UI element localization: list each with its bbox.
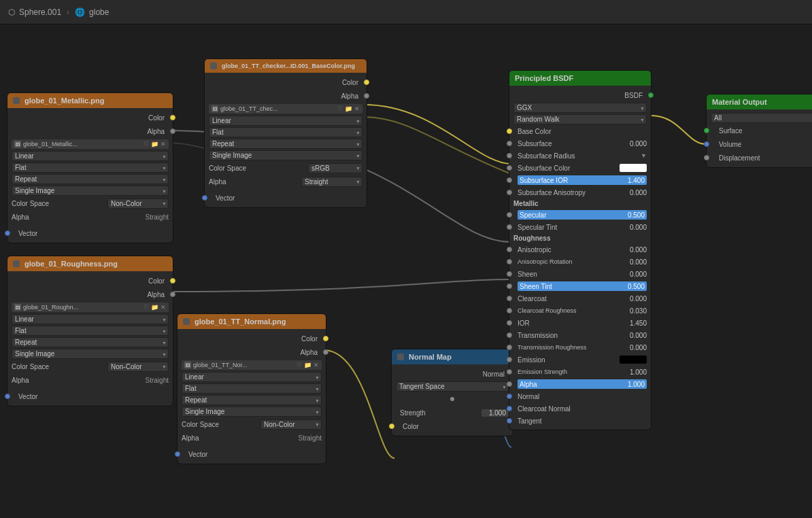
bsdf-ssior-bar[interactable]: Subsurface IOR 1.400 (518, 175, 647, 185)
normaltex-source-select[interactable]: Single Image (182, 407, 322, 417)
metallic-extension-select[interactable]: Repeat (12, 174, 169, 184)
img-heart-icon[interactable]: ♡ (143, 304, 149, 311)
normalmap-strength-val[interactable]: 1.000 (481, 409, 509, 417)
img-close-icon[interactable]: ✕ (314, 362, 319, 368)
normal-tex-header[interactable]: globe_01_TT_Normal.png (177, 314, 326, 329)
mat-output-surface-socket-in[interactable] (704, 128, 709, 133)
metallic-node-header[interactable]: globe_01_Metallic.png (7, 93, 173, 108)
collapse-btn[interactable] (397, 353, 404, 360)
img-folder-icon[interactable]: 📁 (345, 105, 352, 112)
mat-output-volume-socket-in[interactable] (704, 141, 709, 147)
bsdf-basecolor-socket-in[interactable] (507, 128, 512, 134)
bsdf-emission-swatch[interactable] (620, 356, 647, 364)
normal-map-header[interactable]: Normal Map (392, 349, 513, 364)
bsdf-speculartint-socket-in[interactable] (507, 224, 512, 230)
roughness-vector-socket-in[interactable] (5, 394, 10, 399)
bsdf-ssior-socket-in[interactable] (507, 177, 512, 183)
bsdf-clearcoat-socket-in[interactable] (507, 296, 512, 301)
bsdf-ssradius-socket-in[interactable] (507, 153, 512, 158)
img-heart-icon[interactable]: ♡ (143, 141, 149, 148)
bsdf-sheentint-bar[interactable]: Sheen Tint 0.500 (518, 281, 647, 291)
metallic-color-socket-out[interactable] (170, 115, 175, 120)
bsdf-ss-method-select[interactable]: Random Walk (513, 114, 647, 124)
roughness-node-header[interactable]: globe_01_Roughness.png (7, 256, 173, 271)
principled-bsdf-node: Principled BSDF BSDF GGX Random Walk Bas… (509, 70, 652, 430)
bsdf-alpha-socket-in[interactable] (507, 381, 512, 387)
basecol-projection-select[interactable]: Flat (209, 127, 362, 137)
bsdf-ior-socket-in[interactable] (507, 320, 512, 326)
basecol-alpha-select[interactable]: Straight (301, 177, 362, 187)
basecol-colorspace-select[interactable]: sRGB (308, 163, 362, 173)
img-heart-icon[interactable]: ♡ (297, 362, 302, 368)
bsdf-anisotropicrot-socket-in[interactable] (507, 259, 512, 264)
basecol-extension-select[interactable]: Repeat (209, 139, 362, 149)
metallic-projection-select[interactable]: Flat (12, 162, 169, 173)
collapse-btn[interactable] (13, 260, 20, 267)
mat-output-header[interactable]: Material Output (707, 94, 812, 109)
bsdf-emission-socket-in[interactable] (507, 357, 512, 362)
roughness-colorspace-select[interactable]: Non-Color (107, 362, 169, 372)
basecol-alpha-socket-out[interactable] (364, 93, 369, 99)
bsdf-transmissionrough-socket-in[interactable] (507, 345, 512, 350)
img-close-icon[interactable]: ✕ (354, 105, 360, 112)
collapse-btn[interactable] (183, 318, 190, 325)
img-close-icon[interactable]: ✕ (160, 141, 166, 148)
img-folder-icon[interactable]: 📁 (304, 362, 311, 368)
metallic-colorspace-select[interactable]: Non-Color (107, 198, 169, 209)
bsdf-transmission-socket-in[interactable] (507, 332, 512, 338)
roughness-projection-select[interactable]: Flat (12, 326, 169, 336)
basecol-interpolation-select[interactable]: Linear (209, 116, 362, 126)
roughness-color-socket-out[interactable] (170, 278, 175, 283)
basecol-node-header[interactable]: globe_01_TT_checker...ID.001_BaseColor.p… (205, 59, 367, 73)
metallic-alpha-socket-out[interactable] (170, 128, 175, 134)
normaltex-color-socket-out[interactable] (323, 336, 328, 341)
bsdf-clearcoatrough-socket-in[interactable] (507, 308, 512, 313)
bsdf-normal-socket-in[interactable] (507, 394, 512, 399)
bsdf-subsurface-socket-in[interactable] (507, 141, 512, 146)
bsdf-specular-socket-in[interactable] (507, 212, 512, 218)
basecol-color-socket-out[interactable] (364, 80, 369, 85)
normaltex-vector-socket-in[interactable] (175, 451, 180, 457)
normaltex-projection-select[interactable]: Flat (182, 383, 322, 394)
img-folder-icon[interactable]: 📁 (151, 304, 158, 311)
img-close-icon[interactable]: ✕ (160, 304, 166, 311)
img-heart-icon[interactable]: ♡ (337, 105, 343, 112)
basecol-source-select[interactable]: Single Image (209, 150, 362, 160)
bsdf-ssradius-dropdown[interactable]: ▼ (641, 152, 647, 159)
mat-output-target-select[interactable]: All (711, 113, 812, 123)
metallic-interpolation-select[interactable]: Linear (12, 151, 169, 161)
bsdf-sscolor-socket-in[interactable] (507, 165, 512, 171)
roughness-alpha-socket-out[interactable] (170, 292, 175, 297)
bsdf-emissionstr-socket-in[interactable] (507, 369, 512, 375)
collapse-btn[interactable] (210, 63, 217, 69)
roughness-interpolation-select[interactable]: Linear (12, 314, 169, 324)
bsdf-alpha-bar[interactable]: Alpha 1.000 (518, 379, 647, 389)
metallic-vector-socket-in[interactable] (5, 230, 10, 236)
normaltex-extension-select[interactable]: Repeat (182, 395, 322, 405)
bsdf-sheen-socket-in[interactable] (507, 271, 512, 277)
bsdf-header[interactable]: Principled BSDF (509, 71, 651, 86)
normaltex-colorspace-select[interactable]: Non-Color (260, 419, 322, 430)
bsdf-ssaniso-socket-in[interactable] (507, 190, 512, 195)
bsdf-dist-select[interactable]: GGX (513, 103, 647, 113)
collapse-btn[interactable] (13, 97, 20, 104)
normalmap-color-socket-in[interactable] (389, 424, 394, 429)
normaltex-alpha-socket-out[interactable] (323, 349, 328, 355)
metallic-source-select[interactable]: Single Image (12, 186, 169, 196)
bsdf-clearcoatnormal-socket-in[interactable] (507, 406, 512, 411)
bsdf-socket-out[interactable] (648, 92, 654, 98)
bsdf-specular-bar[interactable]: Specular 0.500 (518, 210, 647, 220)
roughness-source-select[interactable]: Single Image (12, 349, 169, 359)
normalmap-space-select[interactable]: Tangent Space (396, 381, 509, 392)
mat-output-node: Material Output All Surface Volume Displ… (706, 94, 812, 168)
bsdf-sscolor-swatch[interactable] (620, 164, 647, 172)
sphere-label[interactable]: Sphere.001 (19, 7, 61, 17)
mat-output-displacement-socket-in[interactable] (704, 155, 709, 160)
bsdf-anisotropic-socket-in[interactable] (507, 247, 512, 252)
bsdf-sheentint-socket-in[interactable] (507, 283, 512, 289)
basecol-vector-socket-in[interactable] (202, 195, 207, 201)
normaltex-interpolation-select[interactable]: Linear (182, 372, 322, 382)
roughness-extension-select[interactable]: Repeat (12, 337, 169, 347)
img-folder-icon[interactable]: 📁 (151, 141, 158, 148)
bsdf-tangent-socket-in[interactable] (507, 418, 512, 424)
